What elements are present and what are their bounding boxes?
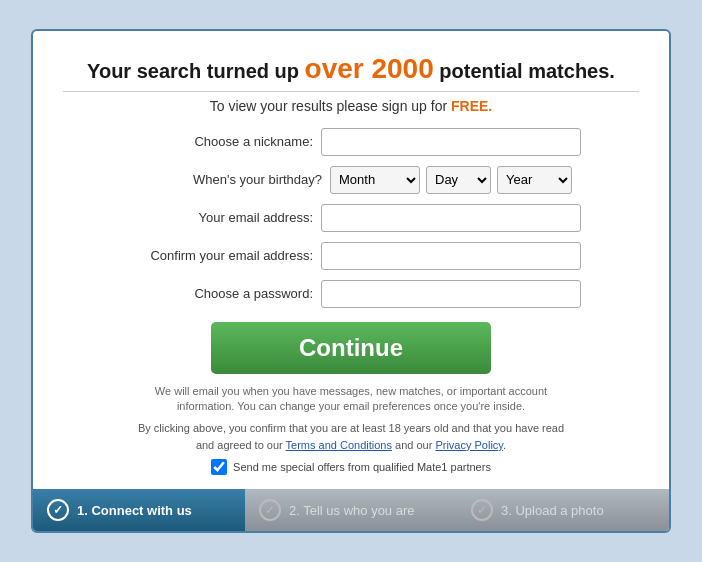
- email-input[interactable]: [321, 204, 581, 232]
- birthday-row: When's your birthday? Month JanuaryFebru…: [63, 166, 639, 194]
- step-2-icon: ✓: [259, 499, 281, 521]
- step-1-icon: ✓: [47, 499, 69, 521]
- privacy-link[interactable]: Privacy Policy: [435, 439, 503, 451]
- offers-row: Send me special offers from qualified Ma…: [63, 459, 639, 475]
- nickname-label: Choose a nickname:: [121, 134, 321, 149]
- nickname-row: Choose a nickname:: [63, 128, 639, 156]
- terms-mid: and our: [392, 439, 435, 451]
- headline-suffix: potential matches.: [434, 60, 615, 82]
- confirm-email-row: Confirm your email address:: [63, 242, 639, 270]
- step-2: ✓ 2. Tell us who you are: [245, 489, 457, 531]
- birthday-selects: Month JanuaryFebruaryMarch AprilMayJune …: [330, 166, 572, 194]
- day-select[interactable]: Day 12345 678910: [426, 166, 491, 194]
- step-1: ✓ 1. Connect with us: [33, 489, 245, 531]
- year-select[interactable]: Year 2005200019951990 1985198019751970: [497, 166, 572, 194]
- step-3: ✓ 3. Upload a photo: [457, 489, 669, 531]
- terms-link[interactable]: Terms and Conditions: [286, 439, 392, 451]
- nickname-input[interactable]: [321, 128, 581, 156]
- confirm-email-label: Confirm your email address:: [121, 248, 321, 263]
- step-3-icon: ✓: [471, 499, 493, 521]
- step-1-label: 1. Connect with us: [77, 503, 192, 518]
- headline-prefix: Your search turned up: [87, 60, 304, 82]
- email-notice: We will email you when you have messages…: [151, 384, 551, 415]
- email-row: Your email address:: [63, 204, 639, 232]
- step-3-label: 3. Upload a photo: [501, 503, 604, 518]
- footer-steps: ✓ 1. Connect with us ✓ 2. Tell us who yo…: [33, 489, 669, 531]
- password-input[interactable]: [321, 280, 581, 308]
- continue-button[interactable]: Continue: [211, 322, 491, 374]
- email-label: Your email address:: [121, 210, 321, 225]
- password-label: Choose a password:: [121, 286, 321, 301]
- headline: Your search turned up over 2000 potentia…: [63, 53, 639, 85]
- offers-checkbox[interactable]: [211, 459, 227, 475]
- terms-text: By clicking above, you confirm that you …: [131, 420, 571, 453]
- month-select[interactable]: Month JanuaryFebruaryMarch AprilMayJune …: [330, 166, 420, 194]
- confirm-email-input[interactable]: [321, 242, 581, 270]
- birthday-label: When's your birthday?: [130, 172, 330, 187]
- terms-suffix: .: [503, 439, 506, 451]
- headline-highlight: over 2000: [305, 53, 434, 84]
- password-row: Choose a password:: [63, 280, 639, 308]
- subheadline-prefix: To view your results please sign up for: [210, 98, 451, 114]
- subheadline-free: FREE.: [451, 98, 492, 114]
- step-2-label: 2. Tell us who you are: [289, 503, 415, 518]
- divider-top: [63, 91, 639, 92]
- offers-label: Send me special offers from qualified Ma…: [233, 461, 491, 473]
- main-card: Your search turned up over 2000 potentia…: [31, 29, 671, 534]
- subheadline: To view your results please sign up for …: [63, 98, 639, 114]
